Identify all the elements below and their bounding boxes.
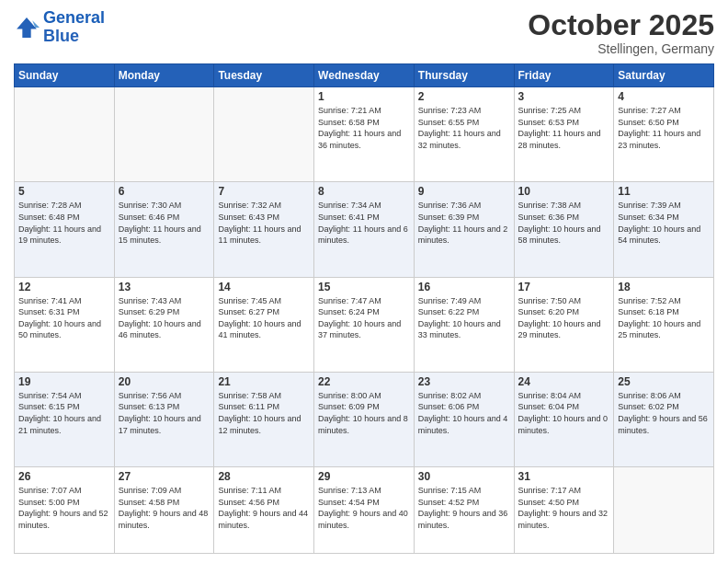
day-number: 9 <box>418 185 510 198</box>
table-row: 14Sunrise: 7:45 AMSunset: 6:27 PMDayligh… <box>214 277 314 372</box>
day-detail: Sunrise: 7:34 AMSunset: 6:41 PMDaylight:… <box>318 200 410 246</box>
day-detail: Sunrise: 7:54 AMSunset: 6:15 PMDaylight:… <box>18 390 110 436</box>
day-detail: Sunrise: 7:43 AMSunset: 6:29 PMDaylight:… <box>119 295 210 341</box>
day-detail: Sunrise: 7:52 AMSunset: 6:18 PMDaylight:… <box>618 295 710 341</box>
day-number: 30 <box>418 470 510 483</box>
calendar-week-row: 19Sunrise: 7:54 AMSunset: 6:15 PMDayligh… <box>15 372 714 466</box>
day-detail: Sunrise: 7:36 AMSunset: 6:39 PMDaylight:… <box>418 200 510 246</box>
table-row: 29Sunrise: 7:13 AMSunset: 4:54 PMDayligh… <box>314 467 415 554</box>
table-row: 4Sunrise: 7:27 AMSunset: 6:50 PMDaylight… <box>614 87 714 182</box>
day-detail: Sunrise: 7:32 AMSunset: 6:43 PMDaylight:… <box>218 200 310 246</box>
calendar-table: Sunday Monday Tuesday Wednesday Thursday… <box>14 63 714 554</box>
day-number: 19 <box>18 375 110 388</box>
table-row: 23Sunrise: 8:02 AMSunset: 6:06 PMDayligh… <box>414 372 514 466</box>
calendar-week-row: 1Sunrise: 7:21 AMSunset: 6:58 PMDaylight… <box>15 87 714 182</box>
day-number: 20 <box>119 375 210 388</box>
table-row: 31Sunrise: 7:17 AMSunset: 4:50 PMDayligh… <box>514 467 614 554</box>
table-row: 13Sunrise: 7:43 AMSunset: 6:29 PMDayligh… <box>114 277 214 372</box>
col-monday: Monday <box>114 64 214 87</box>
day-number: 6 <box>119 185 210 198</box>
table-row: 11Sunrise: 7:39 AMSunset: 6:34 PMDayligh… <box>614 182 714 277</box>
day-detail: Sunrise: 7:38 AMSunset: 6:36 PMDaylight:… <box>518 200 610 246</box>
day-number: 15 <box>318 281 410 293</box>
table-row: 12Sunrise: 7:41 AMSunset: 6:31 PMDayligh… <box>15 277 115 372</box>
logo-text: General Blue <box>43 9 105 46</box>
table-row: 8Sunrise: 7:34 AMSunset: 6:41 PMDaylight… <box>314 182 415 277</box>
table-row: 20Sunrise: 7:56 AMSunset: 6:13 PMDayligh… <box>114 372 214 466</box>
table-row: 21Sunrise: 7:58 AMSunset: 6:11 PMDayligh… <box>214 372 314 466</box>
day-number: 23 <box>418 375 510 388</box>
day-number: 12 <box>18 281 110 293</box>
day-detail: Sunrise: 8:04 AMSunset: 6:04 PMDaylight:… <box>518 390 610 436</box>
location: Stellingen, Germany <box>528 41 714 56</box>
day-detail: Sunrise: 7:47 AMSunset: 6:24 PMDaylight:… <box>318 295 410 341</box>
table-row <box>214 87 314 182</box>
day-number: 3 <box>518 90 610 103</box>
table-row: 5Sunrise: 7:28 AMSunset: 6:48 PMDaylight… <box>15 182 115 277</box>
day-number: 2 <box>418 90 510 103</box>
col-thursday: Thursday <box>414 64 514 87</box>
day-number: 24 <box>518 375 610 388</box>
table-row: 26Sunrise: 7:07 AMSunset: 5:00 PMDayligh… <box>15 467 115 554</box>
day-number: 5 <box>18 185 110 198</box>
day-number: 27 <box>119 470 210 483</box>
day-number: 17 <box>518 281 610 293</box>
day-number: 18 <box>618 281 710 293</box>
day-detail: Sunrise: 8:02 AMSunset: 6:06 PMDaylight:… <box>418 390 510 436</box>
table-row: 15Sunrise: 7:47 AMSunset: 6:24 PMDayligh… <box>314 277 415 372</box>
day-detail: Sunrise: 7:56 AMSunset: 6:13 PMDaylight:… <box>119 390 210 436</box>
calendar-week-row: 26Sunrise: 7:07 AMSunset: 5:00 PMDayligh… <box>15 467 714 554</box>
table-row: 25Sunrise: 8:06 AMSunset: 6:02 PMDayligh… <box>614 372 714 466</box>
day-detail: Sunrise: 7:13 AMSunset: 4:54 PMDaylight:… <box>318 485 410 531</box>
table-row: 1Sunrise: 7:21 AMSunset: 6:58 PMDaylight… <box>314 87 415 182</box>
table-row: 19Sunrise: 7:54 AMSunset: 6:15 PMDayligh… <box>15 372 115 466</box>
table-row: 24Sunrise: 8:04 AMSunset: 6:04 PMDayligh… <box>514 372 614 466</box>
day-detail: Sunrise: 7:07 AMSunset: 5:00 PMDaylight:… <box>18 485 110 531</box>
day-detail: Sunrise: 7:30 AMSunset: 6:46 PMDaylight:… <box>119 200 210 246</box>
col-wednesday: Wednesday <box>314 64 415 87</box>
table-row: 16Sunrise: 7:49 AMSunset: 6:22 PMDayligh… <box>414 277 514 372</box>
day-number: 7 <box>218 185 310 198</box>
day-number: 14 <box>218 281 310 293</box>
table-row: 3Sunrise: 7:25 AMSunset: 6:53 PMDaylight… <box>514 87 614 182</box>
day-detail: Sunrise: 7:50 AMSunset: 6:20 PMDaylight:… <box>518 295 610 341</box>
day-detail: Sunrise: 7:25 AMSunset: 6:53 PMDaylight:… <box>518 105 610 151</box>
table-row: 10Sunrise: 7:38 AMSunset: 6:36 PMDayligh… <box>514 182 614 277</box>
table-row: 30Sunrise: 7:15 AMSunset: 4:52 PMDayligh… <box>414 467 514 554</box>
table-row: 2Sunrise: 7:23 AMSunset: 6:55 PMDaylight… <box>414 87 514 182</box>
day-number: 8 <box>318 185 410 198</box>
day-number: 25 <box>618 375 710 388</box>
table-row <box>15 87 115 182</box>
calendar-header-row: Sunday Monday Tuesday Wednesday Thursday… <box>15 64 714 87</box>
day-detail: Sunrise: 7:27 AMSunset: 6:50 PMDaylight:… <box>618 105 710 151</box>
table-row: 22Sunrise: 8:00 AMSunset: 6:09 PMDayligh… <box>314 372 415 466</box>
day-detail: Sunrise: 7:09 AMSunset: 4:58 PMDaylight:… <box>119 485 210 531</box>
day-number: 1 <box>318 90 410 103</box>
day-detail: Sunrise: 7:23 AMSunset: 6:55 PMDaylight:… <box>418 105 510 151</box>
table-row: 28Sunrise: 7:11 AMSunset: 4:56 PMDayligh… <box>214 467 314 554</box>
day-detail: Sunrise: 7:58 AMSunset: 6:11 PMDaylight:… <box>218 390 310 436</box>
table-row: 17Sunrise: 7:50 AMSunset: 6:20 PMDayligh… <box>514 277 614 372</box>
page: General Blue October 2025 Stellingen, Ge… <box>0 0 728 563</box>
day-detail: Sunrise: 7:39 AMSunset: 6:34 PMDaylight:… <box>618 200 710 246</box>
day-number: 26 <box>18 470 110 483</box>
logo-icon <box>14 15 40 40</box>
title-block: October 2025 Stellingen, Germany <box>528 9 714 56</box>
svg-marker-0 <box>17 17 37 38</box>
month-title: October 2025 <box>528 9 714 41</box>
calendar-week-row: 5Sunrise: 7:28 AMSunset: 6:48 PMDaylight… <box>15 182 714 277</box>
table-row: 6Sunrise: 7:30 AMSunset: 6:46 PMDaylight… <box>114 182 214 277</box>
logo: General Blue <box>14 9 105 46</box>
day-number: 28 <box>218 470 310 483</box>
table-row <box>614 467 714 554</box>
day-detail: Sunrise: 7:45 AMSunset: 6:27 PMDaylight:… <box>218 295 310 341</box>
day-detail: Sunrise: 7:49 AMSunset: 6:22 PMDaylight:… <box>418 295 510 341</box>
day-number: 16 <box>418 281 510 293</box>
day-number: 31 <box>518 470 610 483</box>
col-sunday: Sunday <box>15 64 115 87</box>
col-tuesday: Tuesday <box>214 64 314 87</box>
day-number: 29 <box>318 470 410 483</box>
header: General Blue October 2025 Stellingen, Ge… <box>14 9 714 56</box>
day-detail: Sunrise: 7:15 AMSunset: 4:52 PMDaylight:… <box>418 485 510 531</box>
col-friday: Friday <box>514 64 614 87</box>
